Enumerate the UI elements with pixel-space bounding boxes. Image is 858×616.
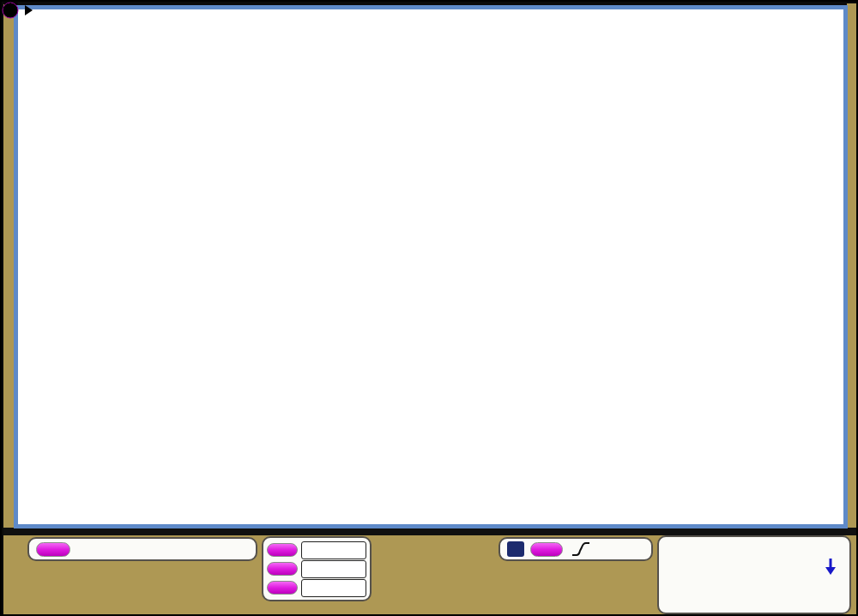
status-row [668, 558, 841, 576]
waveform-display [18, 9, 843, 524]
measurement-row [267, 578, 366, 597]
v2-value [301, 560, 366, 578]
delta-v-value [301, 579, 366, 597]
cursor-readout-box[interactable] [262, 536, 372, 601]
trigger-channel-badge [530, 542, 563, 557]
v1-value [301, 541, 366, 559]
delta-v-badge [267, 581, 298, 595]
left-arrow-icon [3, 3, 11, 13]
oscilloscope-screen [0, 0, 858, 616]
divider [3, 528, 858, 535]
measurement-row [267, 541, 366, 559]
right-bezel [847, 3, 858, 529]
trigger-level-marker[interactable] [2, 2, 27, 14]
v2-badge [267, 562, 298, 576]
measurement-row [267, 559, 366, 578]
rising-edge-icon [571, 541, 590, 558]
channel-readout-box[interactable] [27, 537, 257, 561]
acqs-row [668, 576, 841, 593]
channel-badge[interactable] [36, 542, 70, 557]
timebase-row [668, 541, 841, 558]
trigger-readout-box[interactable] [498, 537, 653, 561]
down-arrow-icon [825, 558, 837, 576]
trigger-source-badge [507, 541, 524, 557]
trigger-mode-row [668, 592, 841, 609]
horizontal-readout-box[interactable] [657, 535, 851, 614]
v1-badge [267, 543, 298, 557]
